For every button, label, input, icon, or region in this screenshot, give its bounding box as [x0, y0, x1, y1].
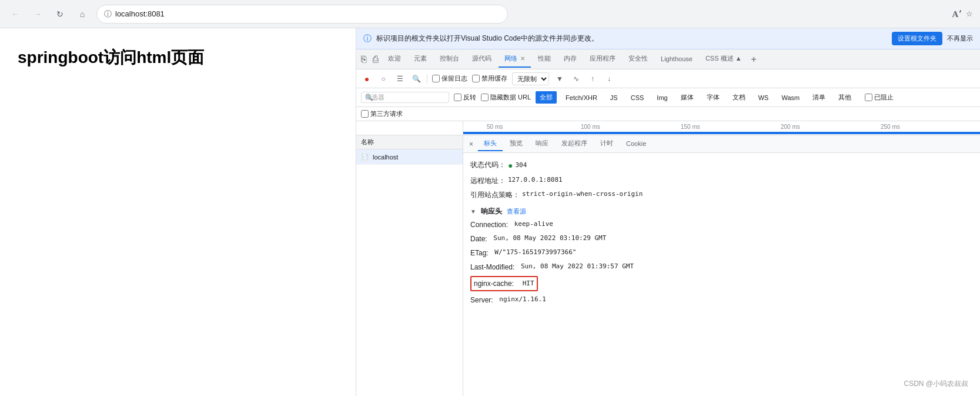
filter-type-css[interactable]: CSS [627, 92, 648, 103]
tab-css-overview[interactable]: CSS 概述 ▲ [700, 51, 748, 68]
tab-console[interactable]: 控制台 [434, 51, 465, 68]
tab-security[interactable]: 安全性 [623, 51, 654, 68]
disable-cache-checkbox[interactable] [472, 75, 480, 82]
filter-type-img[interactable]: Img [653, 92, 671, 103]
detail-tab-timing[interactable]: 计时 [594, 137, 619, 151]
nginx-cache-row: nginx-cache: HIT [470, 274, 973, 293]
status-code-value: 304 [515, 161, 527, 171]
detail-tab-preview[interactable]: 预览 [504, 137, 529, 151]
filter-type-all[interactable]: 全部 [536, 91, 557, 104]
tab-lighthouse[interactable]: Lighthouse [655, 52, 698, 67]
inspector-icon[interactable]: ⎘ [359, 54, 369, 65]
third-party-label[interactable]: 第三方请求 [361, 109, 403, 118]
tab-welcome[interactable]: 欢迎 [382, 51, 407, 68]
wifi-icon[interactable]: ∿ [570, 73, 582, 85]
tab-sources[interactable]: 源代码 [466, 51, 497, 68]
tab-performance[interactable]: 性能 [532, 51, 557, 68]
filter-type-media[interactable]: 媒体 [677, 91, 698, 104]
filter-input[interactable] [376, 94, 445, 101]
third-party-text: 第三方请求 [370, 109, 403, 118]
remote-address-value: 127.0.0.1:8081 [508, 175, 563, 185]
throttle-dropdown-btn[interactable]: ▼ [554, 73, 566, 85]
referrer-policy-label: 引用站点策略： [470, 189, 520, 200]
filter-type-ws[interactable]: WS [754, 92, 773, 103]
third-party-row: 第三方请求 [356, 107, 980, 121]
tab-memory[interactable]: 内存 [558, 51, 583, 68]
forward-button[interactable]: → [29, 6, 46, 22]
reverse-filter-checkbox[interactable] [454, 94, 461, 101]
section-collapse-icon[interactable]: ▼ [470, 208, 476, 215]
nginx-cache-highlight: nginx-cache: HIT [470, 276, 538, 291]
blocked-text: 已阻止 [874, 93, 894, 102]
tick-200ms: 200 ms [781, 124, 800, 130]
filter-type-doc[interactable]: 文档 [728, 91, 750, 104]
preserve-log-checkbox-label[interactable]: 保留日志 [432, 74, 467, 83]
tab-network-close[interactable]: ✕ [520, 55, 525, 62]
browser-actions: Aʼ ☆ [952, 9, 973, 19]
search-button[interactable]: 🔍 [410, 73, 422, 85]
filter-type-font[interactable]: 字体 [703, 91, 724, 104]
filter-type-manifest[interactable]: 清单 [808, 91, 830, 104]
detail-tab-response[interactable]: 响应 [530, 137, 554, 151]
tab-network[interactable]: 网络 ✕ [499, 51, 531, 68]
hide-data-urls-checkbox[interactable] [481, 94, 489, 101]
last-modified-row: Last-Modified: Sun, 08 May 2022 01:39:57… [470, 260, 973, 274]
network-item-localhost[interactable]: 📄 localhost [356, 149, 463, 165]
hide-data-urls-text: 隐藏数据 URL [490, 93, 531, 102]
network-list-area: 名称 📄 localhost × 标头 预览 响应 发起程序 计时 Cookie [356, 135, 980, 396]
filter-type-js[interactable]: JS [606, 92, 622, 103]
upload-icon[interactable]: ↑ [587, 73, 598, 85]
address-bar[interactable]: ⓘ localhost:8081 [96, 5, 508, 24]
last-modified-label: Last-Modified: [470, 262, 514, 272]
throttle-select[interactable]: 无限制 [512, 72, 549, 85]
third-party-checkbox[interactable] [361, 110, 369, 118]
filter-type-other[interactable]: 其他 [834, 91, 855, 104]
detail-tab-cookies[interactable]: Cookie [620, 138, 652, 151]
ai-button[interactable]: Aʼ [952, 9, 961, 19]
detail-close-button[interactable]: × [466, 138, 477, 151]
status-dot: ● [508, 159, 513, 172]
clear-button[interactable]: ○ [377, 73, 389, 85]
reload-button[interactable]: ↻ [52, 6, 68, 22]
dismiss-banner-button[interactable]: 不再显示 [947, 34, 973, 43]
add-tab-button[interactable]: + [751, 54, 757, 65]
filter-lines-button[interactable]: ☰ [394, 73, 406, 85]
filter-type-wasm[interactable]: Wasm [777, 92, 804, 103]
tick-250ms: 250 ms [881, 124, 900, 130]
network-toolbar: ● ○ ☰ 🔍 保留日志 禁用缓存 无限制 ▼ ∿ ↑ ↓ [356, 69, 980, 88]
nginx-cache-label: nginx-cache: [474, 278, 514, 289]
referrer-policy-value: strict-origin-when-cross-origin [522, 189, 643, 199]
set-root-folder-button[interactable]: 设置根文件夹 [892, 32, 942, 45]
filter-row: 🔍 筛选器 反转 隐藏数据 URL 全部 Fetch/XHR JS CSS Im… [356, 88, 980, 107]
server-row: Server: nginx/1.16.1 [470, 293, 973, 307]
back-button[interactable]: ← [7, 6, 24, 22]
blocked-label[interactable]: 已阻止 [865, 93, 894, 102]
devtools-tabs: ⎘ ⎙ 欢迎 元素 控制台 源代码 网络 ✕ 性能 内存 应用程序 安全性 Li… [356, 49, 980, 69]
detail-tab-headers[interactable]: 标头 [478, 137, 503, 151]
detail-tab-initiator[interactable]: 发起程序 [556, 137, 593, 151]
tab-application[interactable]: 应用程序 [584, 51, 621, 68]
tick-150ms: 150 ms [681, 124, 700, 130]
etag-row: ETag: W/"175-1651973997366" [470, 246, 973, 260]
preserve-log-checkbox[interactable] [432, 75, 440, 82]
disable-cache-checkbox-label[interactable]: 禁用缓存 [472, 74, 507, 83]
response-headers-title: 响应头 [481, 207, 502, 217]
headers-content: 状态代码： ● 304 远程地址： 127.0.0.1:8081 引用站点策略： [463, 153, 980, 396]
tab-elements[interactable]: 元素 [408, 51, 433, 68]
device-icon[interactable]: ⎙ [370, 54, 381, 65]
view-source-link[interactable]: 查看源 [507, 207, 526, 216]
names-col-header: 名称 [356, 135, 463, 149]
reverse-filter-label[interactable]: 反转 [454, 93, 476, 102]
star-icon[interactable]: ☆ [966, 9, 973, 18]
response-headers-section: ▼ 响应头 查看源 [470, 207, 973, 217]
record-button[interactable]: ● [361, 73, 373, 85]
csdn-watermark: CSDN @小码农叔叔 [904, 379, 968, 389]
download-icon[interactable]: ↓ [603, 73, 615, 85]
home-button[interactable]: ⌂ [74, 6, 91, 22]
hide-data-urls-label[interactable]: 隐藏数据 URL [481, 93, 531, 102]
etag-label: ETag: [470, 248, 489, 258]
filter-type-fetch-xhr[interactable]: Fetch/XHR [561, 92, 601, 103]
blocked-checkbox[interactable] [865, 94, 872, 101]
url-text: localhost:8081 [115, 9, 165, 18]
timeline-bar-area: 50 ms 100 ms 150 ms 200 ms 250 ms [463, 121, 980, 135]
